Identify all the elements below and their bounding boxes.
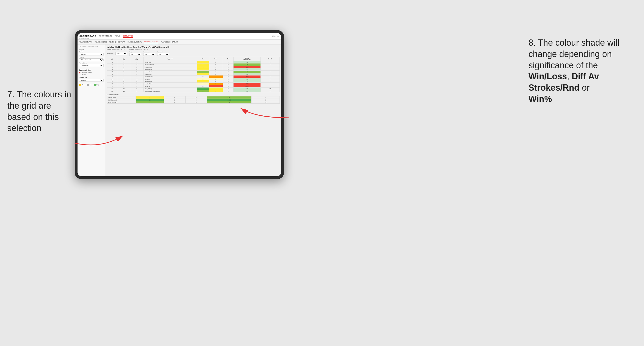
- filter-row: Opponents: (All) Region (All) Conference: [107, 51, 280, 56]
- opponent-view: Opponent view Opponents Played Top 100: [79, 69, 104, 75]
- subnav-team-h2h-heatmap[interactable]: TEAM H2H HEATMAP: [109, 40, 125, 44]
- th-conf: #Conf: [130, 57, 144, 61]
- radio-top100[interactable]: Top 100: [79, 74, 104, 75]
- logo-text: SCOREBOARD: [80, 35, 96, 37]
- region-select[interactable]: (All): [129, 53, 141, 56]
- colour-by-section: Colour by Win/loss: [79, 76, 104, 83]
- table-row: 1671 Jessica Mason 1 2 0 -0.94: [107, 83, 280, 85]
- th-div: #Div: [107, 57, 118, 61]
- overall-record: Overall Record: 353 - 34 - 6: [107, 49, 124, 50]
- radio-opponents-played[interactable]: Opponents Played: [79, 72, 104, 73]
- out-of-division-title: Out of division: [107, 94, 280, 95]
- sign-out[interactable]: | Sign out: [272, 35, 279, 37]
- content-area: Katelyn Vo Head-to-Head Grid for Women's…: [105, 44, 281, 176]
- opponent-view-title: Opponent view: [79, 69, 104, 71]
- opponents-filter: (All): [115, 52, 127, 55]
- player-rank-label: Player (Rank): [79, 62, 104, 64]
- annotation-right: 8. The colour shade will change dependin…: [528, 37, 632, 105]
- table-row: 914 Sharon Mun 1 0 0 3.67 3: [107, 68, 280, 71]
- app-header: SCOREBOARD Powered by clippd TOURNAMENTS…: [78, 33, 281, 40]
- conference-select[interactable]: (All): [143, 53, 155, 56]
- logo-sub: Powered by clippd: [80, 38, 96, 39]
- division-record: Division Record: 331 - 34 - 6: [129, 49, 148, 50]
- legend: Down Level Up: [79, 84, 104, 86]
- gender-label: Gender: [79, 51, 104, 53]
- table-row: 20116 Emily Chang 4 1 0 0.30 11: [107, 88, 280, 90]
- records-row: Overall Record: 353 - 34 - 6 Division Re…: [107, 49, 280, 50]
- radio-opponents-played-label: Opponents Played: [81, 72, 92, 73]
- annotation-left: 7. The colours in the grid are based on …: [7, 89, 75, 134]
- opponent-filter: Opponent (All): [157, 51, 169, 56]
- legend-up-label: Up: [98, 84, 99, 86]
- th-loss: Loss: [209, 57, 223, 61]
- table-row: 311 Esther Lee 1 0 1 1.50 4: [107, 61, 280, 63]
- nav-teams[interactable]: TEAMS: [114, 35, 120, 38]
- nav-tournaments[interactable]: TOURNAMENTS: [99, 35, 112, 38]
- legend-down-label: Down: [82, 84, 86, 86]
- main-content: Last Updated: 27/03/2024 16:55:38 Player…: [78, 44, 281, 176]
- table-row: NCAA Division 2 5 0 0 7.400 10: [107, 101, 280, 104]
- subnav-team-summary[interactable]: TEAM SUMMARY: [80, 40, 92, 44]
- player-rank-select[interactable]: 8. Katelyn Vo: [79, 64, 104, 67]
- region-filter: Region (All): [129, 51, 141, 56]
- subnav-player-summary[interactable]: PLAYER SUMMARY: [128, 40, 142, 44]
- legend-down-dot: [79, 84, 81, 86]
- radio-opponents-played-dot: [79, 72, 80, 73]
- nav-committee[interactable]: COMMITTEE: [123, 35, 133, 38]
- conference-filter: Conference (All): [143, 51, 155, 56]
- subnav-player-h2h-grid[interactable]: PLAYER H2H GRID: [144, 40, 158, 44]
- table-row: 613 Sydney Kuo 1 0 0 -1.00: [107, 66, 280, 68]
- th-diff: Diff AvStrokes/Rnd: [233, 57, 260, 61]
- colour-by-title: Colour by: [79, 76, 104, 78]
- opponent-select[interactable]: (All): [157, 53, 169, 56]
- logo: SCOREBOARD Powered by clippd: [80, 33, 96, 39]
- division-label: Division: [79, 57, 104, 58]
- table-row: 1474 Eunice Yi 2 2 0 0.38 9: [107, 78, 280, 80]
- th-opponent: Opponent: [144, 57, 197, 61]
- th-tie: Tie: [223, 57, 234, 61]
- table-row: 1063 Andrea York 2 0 0 4.00 4: [107, 71, 280, 73]
- tablet-screen: SCOREBOARD Powered by clippd TOURNAMENTS…: [78, 33, 281, 176]
- opponents-filter-label: Opponents:: [107, 53, 114, 54]
- th-win: Win: [197, 57, 209, 61]
- grid-title: Katelyn Vo Head-to-Head Grid for Women's…: [107, 46, 280, 48]
- th-reg: #Reg: [118, 57, 130, 61]
- legend-level-dot: [87, 84, 89, 86]
- opponent-label: Opponent: [157, 51, 169, 53]
- table-row: 522 Alexis Sudjianto 1 0 0 4.00 3: [107, 63, 280, 66]
- subnav-team-h2h-grid[interactable]: TEAM H2H GRID: [94, 40, 107, 44]
- out-of-division-table: Foreign Team 1 0 0 4.500 2 NAIA Division…: [107, 96, 280, 104]
- tablet-device: SCOREBOARD Powered by clippd TOURNAMENTS…: [75, 30, 284, 179]
- left-panel: Last Updated: 27/03/2024 16:55:38 Player…: [78, 44, 105, 176]
- conference-label: Conference: [143, 51, 155, 53]
- table-row: Foreign Team 1 0 0 4.500 2: [107, 96, 280, 99]
- colour-by-select[interactable]: Win/loss: [79, 79, 104, 82]
- legend-level-label: Level: [90, 84, 93, 86]
- table-row: NAIA Division 1 15 0 0 9.267 30: [107, 99, 280, 101]
- table-row: 1311 Jessica Huang 0 1 0 -3.00 2: [107, 75, 280, 78]
- sub-nav: TEAM SUMMARY TEAM H2H GRID TEAM H2H HEAT…: [78, 40, 281, 44]
- division-select[interactable]: NCAA Division III: [79, 58, 104, 61]
- table-row: 1112 Heejo Hyun 1 0 0 3.33 3: [107, 73, 280, 75]
- legend-up-dot: [94, 84, 96, 86]
- radio-top100-dot: [79, 74, 80, 75]
- th-rounds: Rounds: [260, 57, 280, 61]
- table-row: 1822 Euna Lee 0 1 0 -5.00 2: [107, 85, 280, 88]
- table-row: 20117 Federica Domecq Lacroze 2 1 0 1.33…: [107, 90, 280, 92]
- main-table: #Div #Reg #Conf Opponent Win Loss Tie Di…: [107, 57, 280, 92]
- radio-top100-label: Top 100: [81, 74, 86, 75]
- gender-select[interactable]: Women's: [79, 53, 104, 56]
- main-nav: TOURNAMENTS TEAMS COMMITTEE: [99, 35, 272, 38]
- player-section-title: Player: [79, 49, 104, 50]
- last-updated: Last Updated: 27/03/2024 16:55:38: [79, 46, 104, 47]
- table-row: 1585 Stella Cheng 1 0 0 1.25 4: [107, 80, 280, 83]
- region-label: Region: [129, 51, 141, 53]
- subnav-player-h2h-heatmap[interactable]: PLAYER H2H HEATMAP: [161, 40, 178, 44]
- opponents-select[interactable]: (All): [115, 52, 127, 55]
